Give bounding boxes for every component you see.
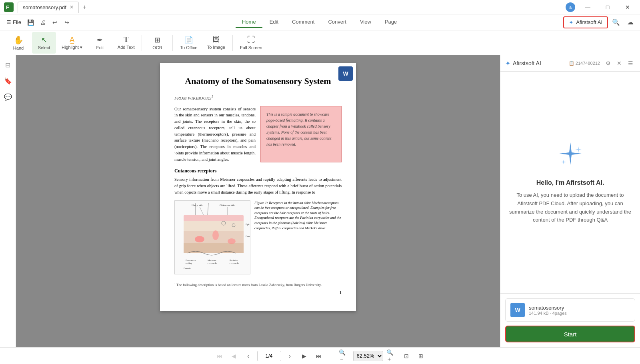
svg-marker-27 (559, 142, 582, 165)
ai-panel: ✦ Afirstsoft AI 📋 2147480212 ⚙ ✕ ☰ (500, 55, 640, 347)
tab-comment[interactable]: Comment (286, 16, 321, 28)
redo-button[interactable]: ↪ (61, 17, 72, 28)
tab-edit[interactable]: Edit (263, 16, 285, 28)
full-screen-label: Full Screen (240, 45, 262, 50)
svg-text:Free nerve: Free nerve (186, 259, 196, 262)
svg-text:ending: ending (186, 262, 192, 264)
svg-marker-29 (561, 160, 566, 164)
to-image-tool[interactable]: 🖼 To Image (203, 32, 229, 54)
to-office-tool[interactable]: 📄 To Office (176, 32, 201, 54)
search-button[interactable]: 🔍 (610, 16, 622, 29)
maximize-button[interactable]: □ (598, 1, 617, 14)
first-page-button[interactable]: ⏮ (214, 350, 225, 362)
highlight-tool[interactable]: A̲ Highlight ▾ (58, 32, 86, 54)
ocr-tool[interactable]: ⊞ OCR (145, 32, 169, 54)
sidebar-comment-icon[interactable]: 💬 (2, 90, 14, 103)
tab-convert[interactable]: Convert (322, 16, 353, 28)
ai-layout-button[interactable]: ☰ (626, 58, 635, 68)
file-card-icon: W (510, 303, 525, 317)
toolbar: ✋ Hand ↖ Select A̲ Highlight ▾ ✒ Edit T … (0, 30, 640, 55)
svg-text:F: F (6, 4, 9, 10)
ai-chat-area: Hello, I'm Afirstsoft AI. To use AI, you… (500, 72, 640, 293)
cloud-button[interactable]: ☁ (624, 16, 637, 29)
page-input[interactable] (257, 351, 281, 361)
to-office-icon: 📄 (184, 36, 193, 44)
ai-panel-id: 📋 2147480212 (569, 61, 600, 66)
pdf-figure-caption: Figure 1: Receptors in the human skin: M… (254, 200, 342, 274)
next-page-arrow[interactable]: › (284, 350, 296, 362)
minimize-button[interactable]: — (578, 1, 597, 14)
ai-panel-header: ✦ Afirstsoft AI 📋 2147480212 ⚙ ✕ ☰ (500, 55, 640, 72)
highlight-label: Highlight ▾ (62, 45, 82, 50)
ai-settings-button[interactable]: ⚙ (603, 58, 613, 68)
fit-width-button[interactable]: ⊞ (415, 350, 426, 362)
file-meta: 141.94 kB · 4pages (529, 311, 567, 316)
svg-text:Dermis: Dermis (184, 267, 191, 270)
tab-view[interactable]: View (354, 16, 378, 28)
svg-point-16 (212, 230, 219, 240)
ai-title-sparkle-icon: ✦ (505, 60, 510, 67)
pdf-page: W Anatomy of the Somatosensory System FR… (160, 63, 356, 311)
edit-icon: ✒ (97, 36, 103, 44)
pdf-viewer[interactable]: W Anatomy of the Somatosensory System FR… (16, 55, 500, 347)
pdf-tab[interactable]: somatosensory.pdf ✕ (18, 2, 79, 13)
tab-home[interactable]: Home (236, 16, 262, 28)
file-card-info: somatosensory 141.94 kB · 4pages (529, 305, 567, 316)
sidebar-thumbnail-icon[interactable]: ⊟ (2, 58, 14, 71)
pdf-intro-section: Our somatosensory system consists of sen… (174, 106, 342, 163)
close-button[interactable]: ✕ (618, 1, 637, 14)
add-text-tool[interactable]: T Add Text (114, 32, 139, 54)
full-screen-tool[interactable]: ⛶ Full Screen (236, 32, 266, 54)
save-button[interactable]: 💾 (25, 17, 36, 28)
svg-text:corpuscle: corpuscle (230, 262, 239, 264)
pdf-footnote: ¹ The following description is based on … (174, 281, 342, 287)
undo-button[interactable]: ↩ (49, 17, 60, 28)
word-overlay-icon[interactable]: W (338, 66, 353, 81)
pdf-pink-box: This is a sample document to showcase pa… (260, 106, 342, 163)
highlight-icon: A̲ (70, 35, 74, 44)
svg-text:Glabrous skin: Glabrous skin (220, 204, 236, 207)
prev-page-arrow[interactable]: ‹ (243, 350, 254, 362)
ai-close-button[interactable]: ✕ (614, 58, 624, 68)
select-tool[interactable]: ↖ Select (32, 32, 56, 54)
new-tab-button[interactable]: + (80, 2, 89, 12)
select-icon: ↖ (41, 36, 47, 44)
ai-sparkle-graphic (556, 140, 584, 173)
prev-page-button[interactable]: ◀ (228, 350, 240, 362)
edit-label: Edit (96, 45, 104, 50)
tab-page[interactable]: Page (378, 16, 403, 28)
ocr-label: OCR (152, 45, 162, 50)
ai-greeting: Hello, I'm Afirstsoft AI. (536, 179, 604, 186)
pdf-figure-image: Hairy skin Glabrous skin Epidermis Dermi… (174, 200, 250, 274)
svg-text:Meissner: Meissner (208, 259, 216, 262)
tab-close-button[interactable]: ✕ (70, 4, 74, 10)
hand-icon: ✋ (14, 35, 24, 45)
pdf-source: FROM WIKIBOOKS1 (174, 94, 342, 100)
ai-panel-footer: W somatosensory 141.94 kB · 4pages Start (500, 293, 640, 347)
clipboard-icon: 📋 (569, 61, 574, 66)
svg-text:Hairy skin: Hairy skin (192, 204, 204, 207)
next-page-button[interactable]: ▶ (299, 350, 310, 362)
hamburger-icon: ☰ (6, 19, 11, 25)
ocr-icon: ⊞ (154, 36, 160, 44)
zoom-in-button[interactable]: 🔍＋ (386, 350, 398, 362)
menu-bar: ☰ File 💾 🖨 ↩ ↪ Home Edit Comment Convert… (0, 14, 640, 30)
left-sidebar: ⊟ 🔖 💬 (0, 55, 16, 347)
last-page-button[interactable]: ⏭ (313, 350, 324, 362)
print-button[interactable]: 🖨 (37, 17, 48, 28)
sidebar-bookmark-icon[interactable]: 🔖 (2, 74, 14, 87)
add-text-icon: T (124, 36, 128, 44)
hand-tool[interactable]: ✋ Hand (6, 32, 30, 54)
file-menu-button[interactable]: ☰ File (3, 18, 24, 27)
toolbar-separator-3 (232, 35, 233, 51)
tab-filename: somatosensory.pdf (23, 4, 66, 10)
afirstsoft-ai-button[interactable]: ✦ Afirstsoft AI (563, 16, 608, 28)
fit-page-button[interactable]: ⊡ (401, 350, 412, 362)
ai-sparkle-icon: ✦ (569, 19, 574, 26)
title-bar: F somatosensory.pdf ✕ + a — □ ✕ (0, 0, 640, 14)
start-button[interactable]: Start (505, 326, 635, 342)
edit-tool[interactable]: ✒ Edit (88, 32, 112, 54)
zoom-select[interactable]: 50% 62.52% 75% 100% 125% 150% 200% (353, 351, 383, 361)
zoom-out-button[interactable]: 🔍－ (339, 350, 350, 362)
file-card: W somatosensory 141.94 kB · 4pages (505, 298, 635, 322)
